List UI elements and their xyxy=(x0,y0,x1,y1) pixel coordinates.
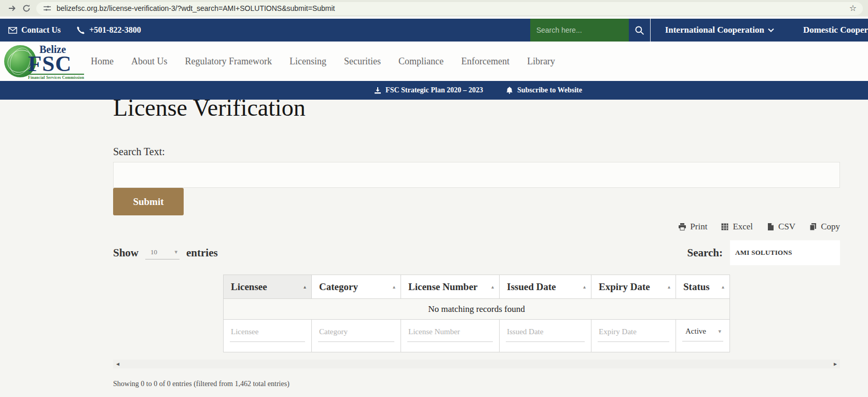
sort-asc-icon: ▴ xyxy=(488,284,494,290)
search-text-input[interactable] xyxy=(113,162,840,188)
print-label: Print xyxy=(690,222,707,232)
url-text[interactable]: belizefsc.org.bz/license-verification-3/… xyxy=(57,4,845,12)
nav-item-compliance[interactable]: Compliance xyxy=(398,56,444,67)
dropdown-arrow-icon: ▾ xyxy=(718,328,721,334)
utility-bar: Contact Us +501-822-3800 International C… xyxy=(0,19,868,42)
excel-label: Excel xyxy=(733,222,753,232)
empty-results-row: No matching records found xyxy=(224,299,730,320)
sort-asc-icon: ▴ xyxy=(665,284,670,290)
site-header: Belize FSC Financial Services Commission… xyxy=(0,42,868,81)
site-search-button[interactable] xyxy=(629,19,651,42)
results-table-wrap: Licensee▴ Category▴ License Number▴ Issu… xyxy=(223,275,729,352)
subscribe-label: Subscribe to Website xyxy=(517,86,582,94)
status-value: Active xyxy=(685,327,706,336)
csv-button[interactable]: CSV xyxy=(766,222,795,232)
nav-item-enforcement[interactable]: Enforcement xyxy=(461,56,509,67)
phone-label: +501-822-3800 xyxy=(89,25,141,35)
main-content: License Verification Search Text: Submit… xyxy=(0,93,868,388)
dropdown-arrow-icon: ▾ xyxy=(175,249,178,255)
sort-asc-icon: ▴ xyxy=(390,284,395,290)
scroll-left-icon[interactable]: ◂ xyxy=(116,360,119,367)
page-length-select[interactable]: 10 ▾ xyxy=(145,246,180,259)
url-bar[interactable]: belizefsc.org.bz/license-verification-3/… xyxy=(36,2,863,15)
bell-icon xyxy=(506,87,513,94)
nav-item-about-us[interactable]: About Us xyxy=(131,56,168,67)
site-search-box xyxy=(530,19,629,42)
filter-licensee-input[interactable] xyxy=(230,325,305,342)
browser-chrome: belizefsc.org.bz/license-verification-3/… xyxy=(0,0,868,17)
chevron-down-icon xyxy=(768,28,774,32)
print-button[interactable]: Print xyxy=(678,222,707,232)
international-cooperation-label: International Cooperation xyxy=(665,25,764,35)
filter-expiry-date-input[interactable] xyxy=(598,325,669,342)
csv-file-icon xyxy=(766,223,775,231)
sort-asc-icon: ▴ xyxy=(719,284,724,290)
nav-item-licensing[interactable]: Licensing xyxy=(290,56,326,67)
search-icon xyxy=(635,25,644,35)
export-toolbar: Print Excel CSV Copy xyxy=(113,222,840,232)
column-header-status[interactable]: Status▴ xyxy=(676,275,730,299)
menu-international-cooperation[interactable]: International Cooperation xyxy=(651,19,789,42)
filter-category-input[interactable] xyxy=(318,325,394,342)
contact-us-link[interactable]: Contact Us xyxy=(8,25,61,35)
subscribe-link[interactable]: Subscribe to Website xyxy=(506,86,582,94)
filter-issued-date-input[interactable] xyxy=(506,325,585,342)
download-icon xyxy=(374,87,381,94)
site-info-icon[interactable] xyxy=(43,4,52,13)
announcement-bar: FSC Strategic Plan 2020 – 2023 Subscribe… xyxy=(0,81,868,100)
menu-domestic-cooperation[interactable]: Domestic Cooper xyxy=(789,19,868,42)
scroll-right-icon[interactable]: ▸ xyxy=(834,360,837,367)
envelope-icon xyxy=(8,26,17,35)
page-length-value: 10 xyxy=(150,248,157,256)
site-search-input[interactable] xyxy=(536,26,623,34)
column-header-expiry-date[interactable]: Expiry Date▴ xyxy=(591,275,676,299)
printer-icon xyxy=(678,223,686,231)
table-search-input[interactable] xyxy=(730,240,840,265)
horizontal-scrollbar[interactable]: ◂ ▸ xyxy=(113,360,840,368)
excel-button[interactable]: Excel xyxy=(721,222,753,232)
submit-button[interactable]: Submit xyxy=(113,188,184,215)
logo-fsc: FSC xyxy=(28,54,84,73)
table-search-label: Search: xyxy=(687,247,723,259)
entries-label: entries xyxy=(186,247,218,259)
fsc-logo[interactable]: Belize FSC Financial Services Commission xyxy=(4,44,90,78)
copy-label: Copy xyxy=(821,222,840,232)
filter-status-select[interactable]: Active ▾ xyxy=(682,326,723,341)
nav-item-securities[interactable]: Securities xyxy=(344,56,381,67)
phone-link[interactable]: +501-822-3800 xyxy=(76,25,141,35)
reload-icon[interactable] xyxy=(22,4,31,13)
nav-item-home[interactable]: Home xyxy=(91,56,114,67)
table-header-row: Licensee▴ Category▴ License Number▴ Issu… xyxy=(224,275,730,299)
empty-message: No matching records found xyxy=(224,299,730,320)
sort-asc-icon: ▴ xyxy=(300,284,306,290)
main-navigation: Home About Us Regulatory Framework Licen… xyxy=(91,56,555,67)
column-header-license-number[interactable]: License Number▴ xyxy=(401,275,500,299)
phone-icon xyxy=(76,26,85,35)
column-header-licensee[interactable]: Licensee▴ xyxy=(224,275,312,299)
contact-us-label: Contact Us xyxy=(21,25,61,35)
nav-item-regulatory-framework[interactable]: Regulatory Framework xyxy=(185,56,272,67)
search-text-label: Search Text: xyxy=(113,146,840,158)
domestic-cooperation-label: Domestic Cooper xyxy=(803,25,868,35)
filter-row: Active ▾ xyxy=(224,320,730,352)
bookmark-star-icon[interactable]: ☆ xyxy=(849,4,857,12)
table-controls: Show 10 ▾ entries Search: xyxy=(113,240,840,265)
copy-button[interactable]: Copy xyxy=(809,222,840,232)
column-header-issued-date[interactable]: Issued Date▴ xyxy=(500,275,591,299)
results-table: Licensee▴ Category▴ License Number▴ Issu… xyxy=(223,275,730,352)
strategic-plan-link[interactable]: FSC Strategic Plan 2020 – 2023 xyxy=(374,86,483,94)
nav-item-library[interactable]: Library xyxy=(527,56,555,67)
entries-summary: Showing 0 to 0 of 0 entries (filtered fr… xyxy=(113,380,840,388)
strategic-plan-label: FSC Strategic Plan 2020 – 2023 xyxy=(385,86,483,94)
forward-arrow-icon[interactable] xyxy=(7,4,17,13)
sort-asc-icon: ▴ xyxy=(580,284,586,290)
copy-icon xyxy=(809,223,817,231)
column-header-category[interactable]: Category▴ xyxy=(312,275,401,299)
csv-label: CSV xyxy=(778,222,795,232)
show-label: Show xyxy=(113,247,139,259)
filter-license-number-input[interactable] xyxy=(407,325,493,342)
excel-icon xyxy=(721,223,729,231)
